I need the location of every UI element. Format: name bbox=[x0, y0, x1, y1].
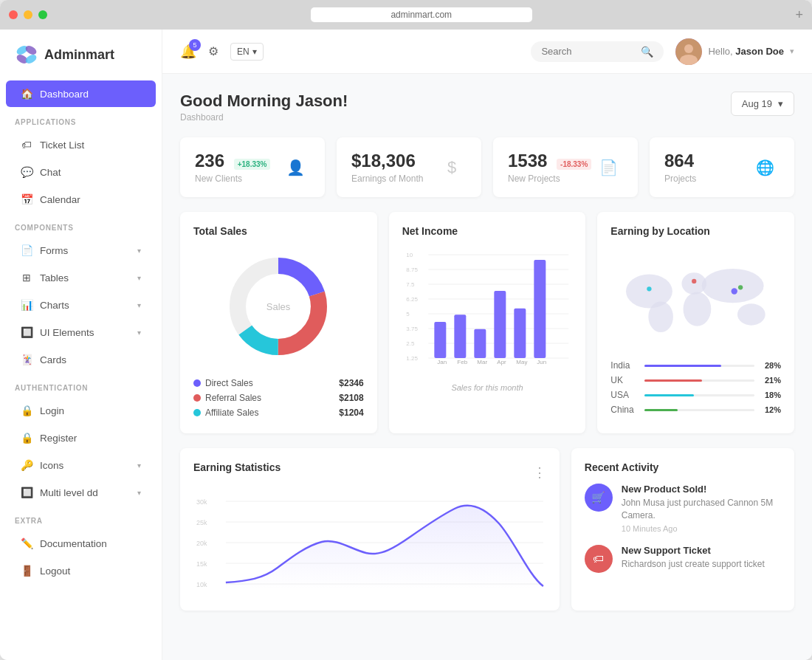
chat-icon: 💬 bbox=[21, 166, 32, 178]
dashboard-icon: 🏠 bbox=[21, 88, 32, 100]
register-icon: 🔒 bbox=[21, 432, 32, 444]
svg-point-1 bbox=[24, 44, 38, 57]
notification-button[interactable]: 🔔 5 bbox=[180, 44, 196, 60]
search-input[interactable] bbox=[541, 46, 636, 57]
total-sales-title: Total Sales bbox=[193, 225, 364, 237]
stat-label-projects-new: New Projects bbox=[508, 173, 591, 184]
stat-card-earnings: $18,306 Earnings of Month $ bbox=[337, 137, 481, 197]
language-selector[interactable]: EN ▾ bbox=[230, 43, 264, 61]
documentation-label: Documentation bbox=[40, 538, 107, 549]
recent-activity-title: Recent Activity bbox=[585, 461, 781, 473]
ticket-list-label: Ticket List bbox=[40, 140, 84, 151]
stat-badge-projects: -18.33% bbox=[557, 159, 591, 170]
login-icon: 🔒 bbox=[21, 405, 32, 416]
date-chevron: ▾ bbox=[778, 98, 783, 109]
activity-icon-0: 🛒 bbox=[585, 484, 613, 512]
sidebar-item-ui-elements[interactable]: 🔲 UI Elements ▾ bbox=[6, 319, 156, 346]
section-label-extra: EXTRA bbox=[0, 506, 162, 529]
avatar-image bbox=[675, 38, 702, 65]
cards-label: Cards bbox=[40, 354, 66, 365]
sidebar-item-register[interactable]: 🔒 Register bbox=[6, 424, 156, 451]
section-label-applications: APPLICATIONS bbox=[0, 108, 162, 131]
svg-text:25k: 25k bbox=[196, 519, 207, 526]
svg-text:10: 10 bbox=[406, 252, 413, 258]
url-display[interactable]: adminmart.com bbox=[311, 7, 532, 22]
calendar-label: Calendar bbox=[40, 194, 80, 205]
page-header: Good Morning Jason! Dashboard Aug 19 ▾ bbox=[180, 92, 794, 123]
ui-elements-chevron: ▾ bbox=[137, 329, 141, 337]
sidebar-item-calendar[interactable]: 📅 Calendar bbox=[6, 186, 156, 213]
svg-rect-28 bbox=[434, 322, 446, 358]
svg-text:Sales: Sales bbox=[266, 301, 291, 312]
date-label: Aug 19 bbox=[742, 98, 772, 109]
forms-icon: 📄 bbox=[21, 244, 32, 256]
forms-label: Forms bbox=[40, 245, 68, 256]
sidebar-item-forms[interactable]: 📄 Forms ▾ bbox=[6, 237, 156, 264]
activity-desc-0: John Musa just purchased Cannon 5M Camer… bbox=[622, 497, 781, 522]
multi-level-label: Multi level dd bbox=[40, 487, 98, 498]
svg-text:Jan: Jan bbox=[437, 359, 447, 365]
ui-elements-icon: 🔲 bbox=[21, 326, 32, 338]
user-info[interactable]: Hello, Jason Doe ▾ bbox=[675, 38, 794, 65]
address-bar: adminmart.com bbox=[97, 7, 745, 22]
location-list: India 28% UK 21% bbox=[610, 358, 781, 417]
sidebar-item-multi-level[interactable]: 🔲 Multi level dd ▾ bbox=[6, 479, 156, 506]
activity-item-0: 🛒 New Product Sold! John Musa just purch… bbox=[585, 484, 781, 533]
multi-level-icon: 🔲 bbox=[21, 487, 32, 498]
search-bar: 🔍 bbox=[531, 41, 664, 62]
sidebar-item-documentation[interactable]: ✏️ Documentation bbox=[6, 530, 156, 557]
register-label: Register bbox=[40, 433, 77, 444]
documentation-icon: ✏️ bbox=[21, 537, 32, 549]
stat-card-projects-new: 1538 -18.33% New Projects 📄 bbox=[493, 137, 638, 197]
earning-stats-title: Earning Statistics bbox=[193, 461, 281, 473]
sidebar-item-chat[interactable]: 💬 Chat bbox=[6, 159, 156, 185]
bar-chart-area: 10 8.75 7.5 6.25 5 3.75 2.5 1.25 bbox=[402, 247, 573, 380]
location-name-india: India bbox=[610, 360, 640, 371]
location-china: China 12% bbox=[610, 402, 781, 417]
top-header: 🔔 5 ⚙ EN ▾ 🔍 bbox=[162, 30, 812, 74]
new-tab-button[interactable]: + bbox=[795, 7, 803, 23]
legend-label-referral: Referral Sales bbox=[205, 393, 261, 403]
chat-label: Chat bbox=[40, 167, 61, 178]
legend-dot-direct bbox=[193, 379, 201, 387]
svg-rect-29 bbox=[454, 314, 466, 358]
browser-minimize-btn[interactable] bbox=[24, 10, 32, 19]
legend-item-direct: Direct Sales $2346 bbox=[193, 376, 364, 391]
user-dropdown-chevron: ▾ bbox=[790, 47, 794, 56]
cards-icon: 🃏 bbox=[21, 354, 32, 365]
activity-desc-1: Richardson just create support ticket bbox=[622, 558, 765, 571]
svg-rect-30 bbox=[474, 329, 486, 358]
tables-icon: ⊞ bbox=[21, 272, 32, 283]
svg-rect-31 bbox=[494, 291, 506, 358]
svg-point-46 bbox=[732, 288, 737, 294]
language-label: EN bbox=[237, 47, 250, 57]
legend-value-affiliate: $1204 bbox=[339, 408, 363, 418]
net-income-subtitle: Sales for this month bbox=[402, 383, 573, 392]
logo-text: Adminmart bbox=[44, 47, 114, 63]
sidebar-item-logout[interactable]: 🚪 Logout bbox=[6, 557, 156, 584]
sidebar-item-dashboard[interactable]: 🏠 Dashboard bbox=[6, 80, 156, 107]
location-pct-china: 12% bbox=[759, 405, 781, 414]
tables-chevron: ▾ bbox=[137, 274, 141, 282]
activity-title-0: New Product Sold! bbox=[622, 484, 781, 495]
sidebar-item-ticket-list[interactable]: 🏷 Ticket List bbox=[6, 131, 156, 158]
browser-maximize-btn[interactable] bbox=[38, 10, 47, 19]
sidebar-item-charts[interactable]: 📊 Charts ▾ bbox=[6, 292, 156, 318]
date-selector[interactable]: Aug 19 ▾ bbox=[731, 92, 794, 116]
browser-titlebar: adminmart.com + bbox=[0, 0, 812, 30]
svg-text:8.75: 8.75 bbox=[406, 267, 418, 273]
new-projects-icon: 📄 bbox=[593, 153, 623, 182]
legend-item-affiliate: Affiliate Sales $1204 bbox=[193, 405, 364, 420]
sidebar-item-tables[interactable]: ⊞ Tables ▾ bbox=[6, 264, 156, 291]
svg-text:1.25: 1.25 bbox=[406, 355, 418, 362]
sidebar-item-cards[interactable]: 🃏 Cards bbox=[6, 346, 156, 373]
bar-chart-svg: 10 8.75 7.5 6.25 5 3.75 2.5 1.25 bbox=[402, 247, 573, 365]
section-label-authentication: AUTHENTICATION bbox=[0, 374, 162, 396]
sidebar-item-icons[interactable]: 🔑 Icons ▾ bbox=[6, 452, 156, 478]
stat-value-earnings: $18,306 bbox=[351, 151, 423, 171]
browser-close-btn[interactable] bbox=[9, 10, 18, 19]
sidebar-item-login[interactable]: 🔒 Login bbox=[6, 397, 156, 424]
earning-stats-menu[interactable]: ⋮ bbox=[533, 464, 546, 481]
settings-button[interactable]: ⚙ bbox=[208, 44, 219, 58]
svg-point-47 bbox=[692, 279, 696, 283]
